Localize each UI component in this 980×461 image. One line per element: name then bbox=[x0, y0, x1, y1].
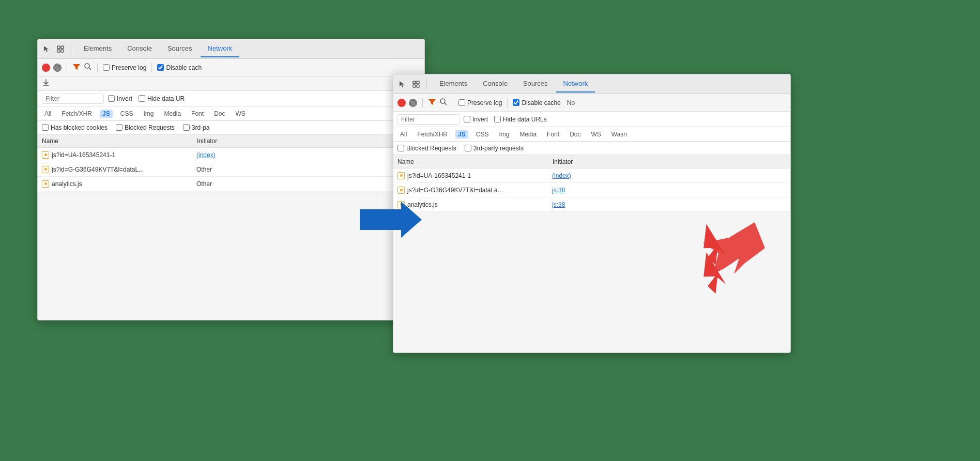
tabs-2: Elements Console Sources Network bbox=[432, 75, 595, 93]
type-media-2[interactable]: Media bbox=[517, 130, 539, 139]
tab-bar-1: Elements Console Sources Network bbox=[38, 39, 424, 59]
svg-rect-9 bbox=[413, 81, 416, 84]
svg-point-6 bbox=[85, 64, 89, 68]
blocked-requests-label-1[interactable]: Blocked Requests bbox=[116, 124, 175, 131]
row-js-icon bbox=[42, 166, 49, 173]
type-js-1[interactable]: JS bbox=[100, 110, 113, 118]
col-header-name-1: Name bbox=[42, 137, 197, 145]
tab-network-1[interactable]: Network bbox=[201, 40, 240, 57]
hide-data-urls-label-1[interactable]: Hide data UR bbox=[139, 95, 185, 102]
type-css-2[interactable]: CSS bbox=[473, 130, 492, 139]
disable-cache-label-1[interactable]: Disable cach bbox=[157, 64, 202, 71]
preserve-log-checkbox-2[interactable] bbox=[458, 99, 465, 106]
table-row[interactable]: js?id=UA-165345241-1 (index) bbox=[38, 148, 424, 162]
type-img-2[interactable]: Img bbox=[496, 130, 512, 139]
type-xhr-2[interactable]: Fetch/XHR bbox=[415, 130, 450, 139]
blocked-requests-label-2[interactable]: Blocked Requests bbox=[397, 145, 456, 152]
type-all-1[interactable]: All bbox=[42, 110, 54, 118]
filter-icon-2[interactable] bbox=[428, 98, 436, 107]
tab-elements-2[interactable]: Elements bbox=[432, 75, 474, 93]
third-party-label-1[interactable]: 3rd-pa bbox=[183, 124, 210, 131]
table-row[interactable]: js?id=G-G36G49KV7T&l=dataLa... js:38 bbox=[393, 183, 790, 197]
stop-button-1[interactable] bbox=[53, 64, 62, 72]
type-img-1[interactable]: Img bbox=[141, 110, 156, 118]
type-ws-2[interactable]: WS bbox=[588, 130, 603, 139]
download-icon-1[interactable] bbox=[42, 79, 50, 88]
hide-data-urls-checkbox-1[interactable] bbox=[139, 95, 145, 102]
tab-sources-1[interactable]: Sources bbox=[160, 40, 200, 57]
invert-label-1[interactable]: Invert bbox=[108, 95, 132, 102]
filter-input-1[interactable] bbox=[42, 94, 104, 104]
blue-arrow bbox=[360, 202, 422, 239]
type-xhr-1[interactable]: Fetch/XHR bbox=[59, 110, 95, 118]
tab-console-1[interactable]: Console bbox=[120, 40, 159, 57]
blocked-requests-checkbox-1[interactable] bbox=[116, 124, 122, 131]
disable-cache-checkbox-2[interactable] bbox=[513, 99, 519, 106]
preserve-log-label-1[interactable]: Preserve log bbox=[103, 64, 146, 71]
disable-cache-label-2[interactable]: Disable cache bbox=[513, 99, 560, 106]
blocked-bar-1: Has blocked cookies Blocked Requests 3rd… bbox=[38, 121, 424, 134]
invert-checkbox-1[interactable] bbox=[108, 95, 115, 102]
disable-cache-checkbox-1[interactable] bbox=[157, 64, 164, 71]
row-initiator-2-2: js:38 bbox=[552, 187, 786, 194]
type-doc-2[interactable]: Doc bbox=[567, 130, 583, 139]
type-js-2[interactable]: JS bbox=[455, 130, 468, 139]
initiator-link-1-1[interactable]: (index) bbox=[196, 151, 216, 159]
filter-icon-1[interactable] bbox=[72, 63, 81, 72]
cursor-icon[interactable] bbox=[42, 44, 52, 54]
third-party-checkbox-2[interactable] bbox=[465, 145, 471, 151]
type-ws-1[interactable]: WS bbox=[233, 110, 248, 118]
table-row[interactable]: js?id=G-G36G49KV7T&l=dataL... Other bbox=[38, 162, 424, 177]
type-filter-bar-1: All Fetch/XHR JS CSS Img Media Font Doc … bbox=[38, 106, 424, 121]
tab-console-2[interactable]: Console bbox=[476, 75, 515, 93]
type-font-1[interactable]: Font bbox=[189, 110, 206, 118]
third-party-label-2[interactable]: 3rd-party requests bbox=[465, 145, 524, 152]
has-blocked-label-1[interactable]: Has blocked cookies bbox=[42, 124, 108, 131]
record-button-2[interactable] bbox=[397, 99, 406, 107]
layers-icon-2[interactable] bbox=[411, 79, 421, 89]
record-button-1[interactable] bbox=[42, 64, 50, 72]
type-media-1[interactable]: Media bbox=[161, 110, 183, 118]
tab-network-2[interactable]: Network bbox=[556, 75, 595, 93]
invert-checkbox-2[interactable] bbox=[464, 116, 470, 122]
hide-data-urls-label-2[interactable]: Hide data URLs bbox=[494, 116, 547, 123]
preserve-log-checkbox-1[interactable] bbox=[103, 64, 110, 71]
type-font-2[interactable]: Font bbox=[544, 130, 562, 139]
filter-input-2[interactable] bbox=[397, 114, 460, 125]
layers-icon[interactable] bbox=[55, 44, 66, 54]
no-throttle-label: No bbox=[567, 99, 575, 106]
sep-1 bbox=[67, 63, 67, 72]
type-wasn-2[interactable]: Wasn bbox=[609, 130, 630, 139]
tab-bar-2: Elements Console Sources Network bbox=[393, 74, 790, 94]
type-all-2[interactable]: All bbox=[397, 130, 409, 139]
table-row[interactable]: analytics.js Other bbox=[38, 177, 424, 191]
row-initiator-2-1: (index) bbox=[552, 172, 786, 179]
initiator-link-2-1[interactable]: (index) bbox=[552, 172, 571, 179]
tab-elements-1[interactable]: Elements bbox=[76, 40, 119, 57]
row-name-1-1: js?id=UA-165345241-1 bbox=[52, 151, 196, 159]
tab-sources-2[interactable]: Sources bbox=[516, 75, 555, 93]
table-row[interactable]: js?id=UA-165345241-1 (index) bbox=[393, 168, 790, 183]
row-name-1-3: analytics.js bbox=[52, 180, 196, 188]
sep-2-1 bbox=[422, 98, 423, 107]
cursor-icon-2[interactable] bbox=[397, 79, 408, 89]
hide-data-urls-checkbox-2[interactable] bbox=[494, 116, 501, 122]
row-initiator-1-2: Other bbox=[196, 166, 420, 173]
initiator-link-2-2[interactable]: js:38 bbox=[552, 187, 565, 194]
type-css-1[interactable]: CSS bbox=[118, 110, 136, 118]
table-row[interactable]: analytics.js js:38 bbox=[393, 197, 790, 212]
stop-button-2[interactable] bbox=[409, 99, 417, 107]
initiator-link-2-3[interactable]: js:38 bbox=[552, 201, 565, 208]
invert-label-2[interactable]: Invert bbox=[464, 116, 488, 123]
blocked-requests-checkbox-2[interactable] bbox=[397, 145, 404, 151]
has-blocked-checkbox-1[interactable] bbox=[42, 124, 49, 131]
svg-rect-2 bbox=[57, 50, 60, 52]
type-doc-1[interactable]: Doc bbox=[211, 110, 227, 118]
third-party-checkbox-1[interactable] bbox=[183, 124, 190, 131]
search-icon-1[interactable] bbox=[84, 63, 92, 72]
tabs-1: Elements Console Sources Network bbox=[76, 40, 239, 57]
search-icon-2[interactable] bbox=[439, 98, 448, 107]
row-initiator-2-3: js:38 bbox=[552, 201, 786, 208]
preserve-log-label-2[interactable]: Preserve log bbox=[458, 99, 502, 106]
col-header-name-2: Name bbox=[397, 158, 553, 165]
